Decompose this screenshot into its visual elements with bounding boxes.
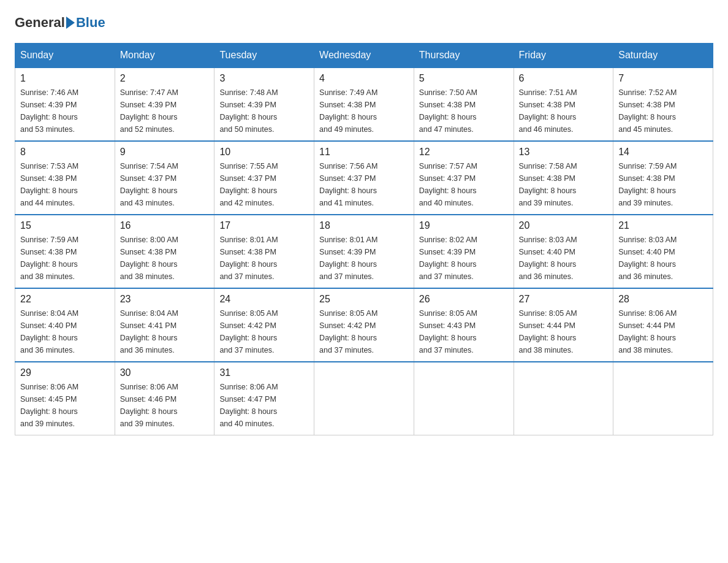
day-info: Sunrise: 7:56 AMSunset: 4:37 PMDaylight:… <box>319 160 409 209</box>
calendar-cell: 18 Sunrise: 8:01 AMSunset: 4:39 PMDaylig… <box>314 215 414 288</box>
day-info: Sunrise: 7:51 AMSunset: 4:38 PMDaylight:… <box>519 86 609 136</box>
calendar-cell: 6 Sunrise: 7:51 AMSunset: 4:38 PMDayligh… <box>514 67 613 141</box>
calendar-week-row: 22 Sunrise: 8:04 AMSunset: 4:40 PMDaylig… <box>15 288 713 362</box>
day-number: 23 <box>120 294 210 305</box>
day-info: Sunrise: 8:06 AMSunset: 4:45 PMDaylight:… <box>20 381 110 430</box>
day-info: Sunrise: 7:55 AMSunset: 4:37 PMDaylight:… <box>219 160 309 209</box>
calendar-cell: 9 Sunrise: 7:54 AMSunset: 4:37 PMDayligh… <box>115 141 214 215</box>
logo-general-text: General <box>15 15 65 31</box>
calendar-cell: 31 Sunrise: 8:06 AMSunset: 4:47 PMDaylig… <box>214 362 314 435</box>
day-number: 24 <box>219 294 309 305</box>
day-info: Sunrise: 8:05 AMSunset: 4:42 PMDaylight:… <box>319 307 409 356</box>
day-number: 2 <box>120 73 210 84</box>
day-number: 10 <box>219 147 309 158</box>
calendar-cell: 13 Sunrise: 7:58 AMSunset: 4:38 PMDaylig… <box>514 141 613 215</box>
calendar-cell: 3 Sunrise: 7:48 AMSunset: 4:39 PMDayligh… <box>214 67 314 141</box>
calendar-header-wednesday: Wednesday <box>314 44 414 68</box>
day-info: Sunrise: 7:53 AMSunset: 4:38 PMDaylight:… <box>20 160 110 209</box>
day-number: 15 <box>20 220 110 231</box>
day-info: Sunrise: 8:04 AMSunset: 4:40 PMDaylight:… <box>20 307 110 356</box>
day-info: Sunrise: 8:02 AMSunset: 4:39 PMDaylight:… <box>419 234 509 283</box>
day-number: 9 <box>120 147 210 158</box>
day-number: 11 <box>319 147 409 158</box>
day-info: Sunrise: 8:05 AMSunset: 4:42 PMDaylight:… <box>219 307 309 356</box>
day-number: 17 <box>219 220 309 231</box>
logo-arrow-icon <box>66 17 75 29</box>
day-info: Sunrise: 8:06 AMSunset: 4:44 PMDaylight:… <box>618 307 708 356</box>
day-number: 3 <box>219 73 309 84</box>
day-info: Sunrise: 7:50 AMSunset: 4:38 PMDaylight:… <box>419 86 509 136</box>
calendar-cell <box>314 362 414 435</box>
day-number: 18 <box>319 220 409 231</box>
day-info: Sunrise: 8:03 AMSunset: 4:40 PMDaylight:… <box>618 234 708 283</box>
day-number: 29 <box>20 367 110 378</box>
day-number: 19 <box>419 220 509 231</box>
calendar-cell: 2 Sunrise: 7:47 AMSunset: 4:39 PMDayligh… <box>115 67 214 141</box>
calendar-cell: 17 Sunrise: 8:01 AMSunset: 4:38 PMDaylig… <box>214 215 314 288</box>
calendar-cell: 27 Sunrise: 8:05 AMSunset: 4:44 PMDaylig… <box>514 288 613 362</box>
calendar-cell: 25 Sunrise: 8:05 AMSunset: 4:42 PMDaylig… <box>314 288 414 362</box>
day-info: Sunrise: 7:58 AMSunset: 4:38 PMDaylight:… <box>519 160 609 209</box>
calendar-cell: 23 Sunrise: 8:04 AMSunset: 4:41 PMDaylig… <box>115 288 214 362</box>
calendar-cell: 22 Sunrise: 8:04 AMSunset: 4:40 PMDaylig… <box>15 288 115 362</box>
calendar-header-thursday: Thursday <box>414 44 514 68</box>
day-info: Sunrise: 8:01 AMSunset: 4:39 PMDaylight:… <box>319 234 409 283</box>
calendar-week-row: 15 Sunrise: 7:59 AMSunset: 4:38 PMDaylig… <box>15 215 713 288</box>
page-header: General Blue <box>15 15 713 31</box>
day-info: Sunrise: 7:47 AMSunset: 4:39 PMDaylight:… <box>120 86 210 136</box>
day-number: 7 <box>618 73 708 84</box>
day-info: Sunrise: 8:05 AMSunset: 4:44 PMDaylight:… <box>519 307 609 356</box>
calendar-header-monday: Monday <box>115 44 214 68</box>
day-info: Sunrise: 8:01 AMSunset: 4:38 PMDaylight:… <box>219 234 309 283</box>
day-info: Sunrise: 8:03 AMSunset: 4:40 PMDaylight:… <box>519 234 609 283</box>
day-number: 31 <box>219 367 309 378</box>
calendar-cell: 11 Sunrise: 7:56 AMSunset: 4:37 PMDaylig… <box>314 141 414 215</box>
logo: General Blue <box>15 15 105 31</box>
day-number: 13 <box>519 147 609 158</box>
day-info: Sunrise: 7:49 AMSunset: 4:38 PMDaylight:… <box>319 86 409 136</box>
calendar-header-row: SundayMondayTuesdayWednesdayThursdayFrid… <box>15 44 713 68</box>
day-number: 1 <box>20 73 110 84</box>
calendar-cell: 19 Sunrise: 8:02 AMSunset: 4:39 PMDaylig… <box>414 215 514 288</box>
calendar-cell: 14 Sunrise: 7:59 AMSunset: 4:38 PMDaylig… <box>613 141 713 215</box>
calendar-cell: 12 Sunrise: 7:57 AMSunset: 4:37 PMDaylig… <box>414 141 514 215</box>
day-info: Sunrise: 8:05 AMSunset: 4:43 PMDaylight:… <box>419 307 509 356</box>
day-info: Sunrise: 7:54 AMSunset: 4:37 PMDaylight:… <box>120 160 210 209</box>
calendar-cell: 29 Sunrise: 8:06 AMSunset: 4:45 PMDaylig… <box>15 362 115 435</box>
calendar-cell: 20 Sunrise: 8:03 AMSunset: 4:40 PMDaylig… <box>514 215 613 288</box>
day-number: 27 <box>519 294 609 305</box>
day-info: Sunrise: 7:52 AMSunset: 4:38 PMDaylight:… <box>618 86 708 136</box>
calendar-cell: 5 Sunrise: 7:50 AMSunset: 4:38 PMDayligh… <box>414 67 514 141</box>
calendar-cell: 26 Sunrise: 8:05 AMSunset: 4:43 PMDaylig… <box>414 288 514 362</box>
day-number: 12 <box>419 147 509 158</box>
day-info: Sunrise: 7:59 AMSunset: 4:38 PMDaylight:… <box>20 234 110 283</box>
calendar-table: SundayMondayTuesdayWednesdayThursdayFrid… <box>15 43 713 435</box>
day-info: Sunrise: 7:48 AMSunset: 4:39 PMDaylight:… <box>219 86 309 136</box>
day-number: 25 <box>319 294 409 305</box>
logo-blue-text: Blue <box>76 15 105 31</box>
calendar-cell: 1 Sunrise: 7:46 AMSunset: 4:39 PMDayligh… <box>15 67 115 141</box>
day-number: 16 <box>120 220 210 231</box>
calendar-cell: 4 Sunrise: 7:49 AMSunset: 4:38 PMDayligh… <box>314 67 414 141</box>
day-info: Sunrise: 8:00 AMSunset: 4:38 PMDaylight:… <box>120 234 210 283</box>
calendar-week-row: 1 Sunrise: 7:46 AMSunset: 4:39 PMDayligh… <box>15 67 713 141</box>
calendar-cell: 15 Sunrise: 7:59 AMSunset: 4:38 PMDaylig… <box>15 215 115 288</box>
day-info: Sunrise: 7:59 AMSunset: 4:38 PMDaylight:… <box>618 160 708 209</box>
calendar-header-tuesday: Tuesday <box>214 44 314 68</box>
calendar-week-row: 8 Sunrise: 7:53 AMSunset: 4:38 PMDayligh… <box>15 141 713 215</box>
calendar-cell <box>414 362 514 435</box>
calendar-cell: 8 Sunrise: 7:53 AMSunset: 4:38 PMDayligh… <box>15 141 115 215</box>
calendar-week-row: 29 Sunrise: 8:06 AMSunset: 4:45 PMDaylig… <box>15 362 713 435</box>
calendar-cell <box>514 362 613 435</box>
calendar-cell: 10 Sunrise: 7:55 AMSunset: 4:37 PMDaylig… <box>214 141 314 215</box>
calendar-header-sunday: Sunday <box>15 44 115 68</box>
calendar-cell: 24 Sunrise: 8:05 AMSunset: 4:42 PMDaylig… <box>214 288 314 362</box>
day-number: 28 <box>618 294 708 305</box>
calendar-header-saturday: Saturday <box>613 44 713 68</box>
calendar-cell: 7 Sunrise: 7:52 AMSunset: 4:38 PMDayligh… <box>613 67 713 141</box>
day-number: 26 <box>419 294 509 305</box>
day-number: 30 <box>120 367 210 378</box>
day-info: Sunrise: 8:06 AMSunset: 4:46 PMDaylight:… <box>120 381 210 430</box>
day-number: 6 <box>519 73 609 84</box>
calendar-cell: 30 Sunrise: 8:06 AMSunset: 4:46 PMDaylig… <box>115 362 214 435</box>
